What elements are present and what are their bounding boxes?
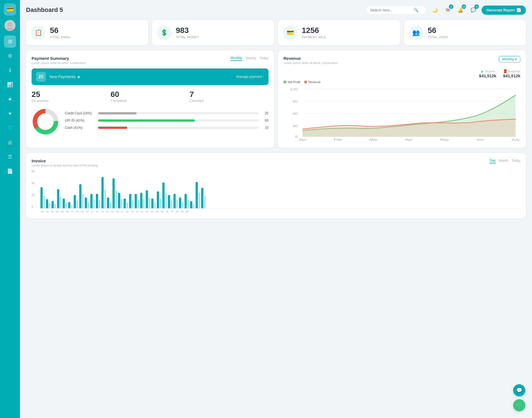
bell-badge: 12 — [462, 4, 466, 9]
invoice-bar-group-13 — [112, 178, 117, 208]
expense-icon: 🧧 — [503, 69, 507, 73]
invoice-bar-light-28 — [198, 193, 200, 208]
stat-icon-payment-sale: 💳 — [283, 25, 297, 40]
sidebar-item-star[interactable]: ★ — [4, 93, 16, 105]
invoice-bar-group-22 — [162, 183, 167, 208]
invoice-bar-light-2 — [54, 204, 56, 208]
search-box[interactable]: 🔍 — [366, 6, 427, 14]
chevron-down-icon: ▾ — [515, 57, 517, 61]
tab-today[interactable]: Today — [260, 56, 268, 61]
invoice-bar-14 — [118, 193, 120, 208]
tab-day[interactable]: Day — [490, 158, 495, 163]
generate-report-button[interactable]: Generate Report 📈 — [482, 6, 526, 15]
x-label-18: 19 — [130, 210, 134, 213]
cart-icon[interactable]: 🛍 2 — [443, 5, 453, 15]
invoice-bar-light-20 — [154, 202, 156, 208]
revenue-dropdown[interactable]: Monthly ▾ — [499, 56, 520, 63]
invoice-bar-light-4 — [65, 202, 67, 208]
new-payments-label: New Payments — [49, 75, 80, 79]
income-value: $41,512k — [479, 73, 497, 78]
invoice-bar-11 — [101, 177, 104, 208]
avatar[interactable] — [4, 20, 16, 31]
x-label-25: 26 — [165, 210, 169, 213]
sidebar-item-dashboard[interactable]: ⊞ — [4, 35, 16, 48]
invoice-bar-24 — [173, 194, 176, 208]
revenue-title: Revenue — [283, 56, 338, 61]
revenue-chart: 120 90 60 30 0 Jan Feb Mar Apr Ma — [283, 86, 520, 141]
sidebar-item-heart2[interactable]: ♡ — [4, 122, 16, 134]
x-label-22: 23 — [150, 210, 154, 213]
legend-revenue: Revenue — [304, 80, 321, 84]
invoice-bar-light-24 — [176, 200, 178, 208]
sidebar-item-settings[interactable]: ⚙ — [4, 50, 16, 62]
donut-chart — [32, 108, 59, 137]
tab-month[interactable]: Month — [499, 159, 508, 163]
tab-today-invoice[interactable]: Today — [511, 159, 520, 163]
invoice-bar-27 — [190, 201, 192, 208]
stat-value-total-email: 56 — [50, 27, 71, 34]
sidebar-item-print[interactable]: 🖨 — [4, 136, 16, 148]
sidebar-item-chart[interactable]: 📊 — [4, 79, 16, 91]
x-label-2: 03 — [50, 210, 54, 213]
invoice-bar-group-29 — [201, 188, 206, 208]
payment-summary-card: Payment Summary Lorem ipsum dolor sit am… — [26, 50, 274, 148]
stat-label-total-user: TOTAL USER — [428, 35, 448, 39]
invoice-bar-group-24 — [173, 194, 178, 208]
invoice-bar-group-10 — [96, 194, 100, 208]
new-payments-bar: 25 New Payments Manage payment › — [32, 68, 268, 85]
metric-canceled: 7 Canceled — [190, 90, 268, 103]
invoice-bar-light-3 — [60, 197, 62, 208]
stat-card-total-email: 📋 56 TOTAL EMAIL — [26, 20, 148, 45]
tab-monthly[interactable]: Monthly — [231, 56, 242, 61]
svg-point-1 — [6, 27, 14, 31]
invoice-bar-light-13 — [115, 190, 117, 208]
bar-value: 25 — [262, 111, 268, 115]
x-label-12: 13 — [100, 210, 104, 213]
invoice-bar-2 — [52, 201, 54, 208]
manage-payment-link[interactable]: Manage payment › — [236, 75, 264, 79]
cart-fab[interactable]: 🛒 — [513, 399, 525, 411]
invoice-tabs: Day Month Today — [490, 158, 520, 163]
invoice-bar-5 — [68, 202, 70, 208]
chat-fab[interactable]: 💬 — [513, 384, 525, 396]
search-input[interactable] — [370, 8, 411, 12]
y-label-20: 20 — [32, 194, 35, 197]
theme-toggle[interactable]: 🌙 — [430, 5, 440, 15]
invoice-bar-light-1 — [49, 203, 50, 208]
invoice-bar-21 — [157, 191, 159, 208]
sidebar-item-list[interactable]: ☰ — [4, 151, 16, 163]
invoice-bar-light-23 — [171, 200, 172, 208]
sidebar-logo[interactable]: 💳 — [4, 3, 16, 16]
income-meta: ▲ Income $41,512k — [479, 68, 497, 78]
invoice-bar-28 — [196, 182, 198, 208]
x-label-4: 05 — [60, 210, 64, 213]
metric-label: Canceled — [190, 99, 268, 103]
stat-info-total-user: 56 TOTAL USER — [428, 27, 448, 39]
sidebar-item-favorite[interactable]: ♥ — [4, 107, 16, 120]
revenue-meta: ▲ Income $41,512k 🧧 Expense $41,512k — [283, 68, 520, 78]
chat-icon[interactable]: 💬 5 — [468, 5, 478, 15]
bar-value: 10 — [262, 126, 268, 130]
sidebar-item-info[interactable]: ℹ — [4, 64, 16, 76]
stat-card-total-user: 👥 56 TOTAL USER — [404, 20, 526, 45]
tab-weekly[interactable]: Weekly — [245, 56, 256, 61]
x-label-26: 27 — [170, 210, 174, 213]
stat-icon-total-email: 📋 — [31, 25, 45, 40]
search-icon[interactable]: 🔍 — [414, 8, 418, 12]
svg-text:July: July — [511, 138, 520, 141]
x-label-21: 22 — [145, 210, 149, 213]
x-label-9: 10 — [85, 210, 89, 213]
stat-label-payment-sale: PAYMENT SALE — [302, 35, 326, 39]
invoice-bar-3 — [57, 189, 59, 208]
invoice-bar-7 — [79, 184, 81, 208]
invoice-bar-0 — [40, 187, 43, 208]
revenue-dropdown-label: Monthly — [502, 57, 514, 61]
chat-badge: 5 — [474, 4, 479, 9]
revenue-chart-wrap: 120 90 60 30 0 Jan Feb Mar Apr Ma — [283, 86, 520, 142]
sidebar-item-document[interactable]: 📄 — [4, 165, 16, 177]
x-label-1: 02 — [45, 210, 49, 213]
x-label-28: 29 — [180, 210, 184, 213]
invoice-bar-light-17 — [137, 200, 139, 208]
bell-icon[interactable]: 🔔 12 — [456, 5, 466, 15]
x-label-27: 28 — [175, 210, 179, 213]
